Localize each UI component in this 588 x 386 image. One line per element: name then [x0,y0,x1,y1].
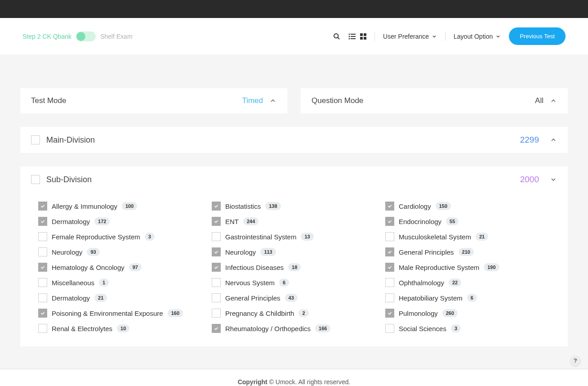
qbank-toggle[interactable] [76,31,96,41]
previous-test-button[interactable]: Previous Test [509,27,566,45]
item-checkbox[interactable] [385,232,394,241]
item-checkbox[interactable] [385,278,394,287]
item-count-badge: 166 [315,324,330,332]
help-button[interactable]: ? [570,356,580,366]
chevron-up-icon [550,97,557,104]
layout-option-label: Layout Option [454,33,493,40]
user-preference-label: User Preferance [383,33,429,40]
item-checkbox[interactable] [38,309,47,318]
sub-division-item: Rheumatology / Orthopedics166 [212,324,376,333]
item-checkbox[interactable] [212,293,221,302]
item-count-badge: 138 [265,202,281,210]
sub-division-item: Gastrointestinal System13 [212,232,376,241]
item-checkbox[interactable] [38,263,47,272]
item-checkbox[interactable] [385,217,394,226]
item-count-badge: 210 [459,248,474,256]
item-label: General Principles [225,294,281,302]
item-checkbox[interactable] [385,263,394,272]
grid-view-icon[interactable] [360,33,366,40]
sub-division-item: Dermatology172 [38,217,203,226]
item-checkbox[interactable] [38,324,47,333]
item-label: Poisoning & Environmental Exposure [52,310,163,317]
toggle-knob [76,32,85,41]
main-division-title: Main-Division [46,135,514,145]
item-checkbox[interactable] [212,247,221,256]
item-checkbox[interactable] [385,309,394,318]
list-view-icon[interactable] [348,33,356,40]
item-label: General Principles [399,248,454,256]
question-mode-value-group[interactable]: All [535,96,557,105]
sub-division-item: Female Reproductive System3 [38,232,203,241]
item-label: Pregnancy & Childbirth [225,310,294,317]
item-checkbox[interactable] [385,324,394,333]
item-label: Male Reproductive System [399,264,479,271]
sub-division-item: Biostatistics138 [212,202,376,211]
svg-line-1 [338,37,339,39]
item-count-badge: 18 [288,263,301,271]
main-division-section: Main-Division 2299 [20,127,568,153]
svg-rect-3 [351,34,356,35]
search-icon[interactable] [333,33,340,40]
item-checkbox[interactable] [212,309,221,318]
item-checkbox[interactable] [38,293,47,302]
view-icons [348,33,366,40]
item-checkbox[interactable] [38,202,47,211]
sub-division-checkbox[interactable] [31,175,40,184]
item-checkbox[interactable] [385,247,394,256]
test-mode-value: Timed [242,96,263,105]
item-label: Social Sciences [399,325,446,332]
item-checkbox[interactable] [385,202,394,211]
item-checkbox[interactable] [212,278,221,287]
user-preference-dropdown[interactable]: User Preferance [383,33,437,40]
sub-division-item: Poisoning & Environmental Exposure160 [38,309,203,318]
main-division-checkbox[interactable] [31,135,40,144]
sub-division-item: Allergy & Immunology100 [38,202,203,211]
item-label: Musculoskeletal System [399,233,471,241]
layout-option-dropdown[interactable]: Layout Option [454,33,501,40]
item-count-badge: 1 [99,278,109,287]
svg-point-0 [334,34,338,38]
item-checkbox[interactable] [212,324,221,333]
qbank-label: Step 2 CK Qbank [22,33,71,40]
item-checkbox[interactable] [385,293,394,302]
item-count-badge: 22 [449,278,461,287]
svg-rect-7 [351,38,356,39]
item-checkbox[interactable] [38,217,47,226]
item-checkbox[interactable] [38,278,47,287]
item-label: Hepatobiliary System [399,294,463,302]
item-checkbox[interactable] [38,232,47,241]
test-mode-panel: Test Mode Timed [20,88,287,113]
item-count-badge: 260 [442,309,458,317]
item-label: Biostatistics [225,202,261,210]
sub-division-item: ENT244 [212,217,376,226]
item-count-badge: 3 [451,324,461,332]
sub-division-item: Social Sciences3 [385,324,550,333]
svg-rect-5 [351,36,356,37]
sub-division-item: Endocrinology55 [385,217,550,226]
sub-division-item: Neurology113 [212,247,376,256]
item-checkbox[interactable] [212,232,221,241]
item-label: Infectious Diseases [225,264,284,271]
chevron-up-icon[interactable] [550,136,557,144]
item-checkbox[interactable] [38,247,47,256]
sub-division-item: Ophthalmology22 [385,278,550,287]
chevron-down-icon [495,34,501,39]
sub-division-item: Infectious Diseases18 [212,263,376,272]
sub-division-item: Male Reproductive System190 [385,263,550,272]
item-count-badge: 244 [243,217,258,225]
item-label: Endocrinology [399,218,441,225]
header-left: Step 2 CK Qbank Shelf Exam [22,31,133,41]
item-label: Ophthalmology [399,279,444,287]
sub-division-item: Dermatology21 [38,293,203,302]
sub-division-section: Sub-Division 2000 Allergy & Immunology10… [20,166,568,346]
item-count-badge: 55 [446,217,459,225]
chevron-down-icon[interactable] [550,176,557,183]
test-mode-value-group[interactable]: Timed [242,96,276,105]
item-checkbox[interactable] [212,202,221,211]
footer-copyright-rest: © Umock. All rights reserved. [267,378,351,386]
item-checkbox[interactable] [212,263,221,272]
item-label: Cardiology [399,202,431,210]
item-checkbox[interactable] [212,217,221,226]
sub-division-item: Musculoskeletal System21 [385,232,550,241]
sub-division-item: General Principles43 [212,293,376,302]
